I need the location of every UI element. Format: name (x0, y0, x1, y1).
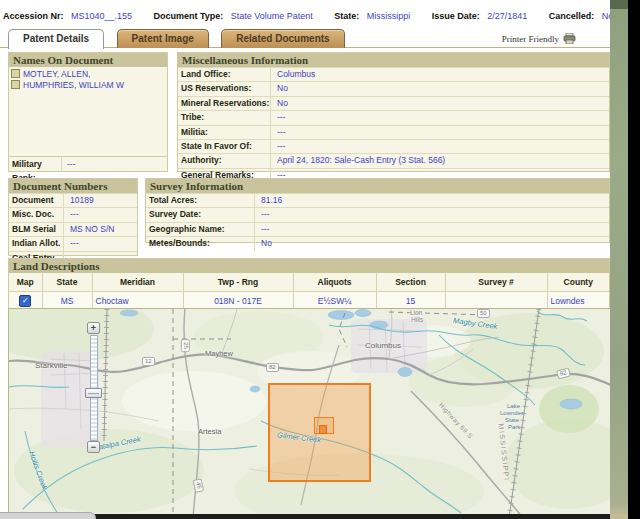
name-row: HUMPHRIES, WILLIAM W (11, 80, 167, 91)
militia-row: Militia: --- (178, 125, 609, 139)
tab-patent-image[interactable]: Patent Image (117, 29, 209, 48)
field-label: Indian Allot. Nr: (9, 237, 63, 250)
zoom-out-button[interactable]: − (87, 441, 100, 453)
zoom-slider-handle[interactable] (85, 388, 102, 398)
label-state: State (505, 417, 519, 423)
info-row-2: Document Numbers Document Nr: 10189 Misc… (8, 178, 610, 256)
screen-edge (628, 0, 640, 519)
blm-serial-nr-row: BLM Serial Nr: MS NO S/N (9, 222, 137, 236)
accession-value: MS1040__.155 (71, 11, 132, 21)
field-value: --- (270, 140, 609, 153)
mineral-reservations-row: Mineral Reservations: No (178, 96, 609, 110)
aliquot-highlight (319, 425, 327, 434)
cell-state[interactable]: MS (42, 292, 92, 310)
info-row-1: Names On Document MOTLEY, ALLEN, HUMPHRI… (8, 52, 610, 172)
misc-doc-nr-row: Misc. Doc. Nr: --- (9, 207, 137, 221)
land-section-title: Land Descriptions (9, 259, 609, 273)
field-label: Authority: (178, 154, 270, 167)
patentee-name-link[interactable]: MOTLEY, ALLEN, (23, 69, 90, 79)
bottom-edge-bar (95, 514, 612, 519)
field-label: Misc. Doc. Nr: (9, 208, 63, 221)
tab-related-documents[interactable]: Related Documents (221, 29, 344, 48)
col-state: State (42, 273, 92, 292)
patentee-icon (11, 80, 20, 89)
military-rank-row: Military Rank: --- (9, 156, 167, 171)
indian-allot-nr-row: Indian Allot. Nr: --- (9, 236, 137, 250)
doctype-field: Document Type: State Volume Patent (154, 5, 313, 23)
cell-survey-nr (445, 292, 547, 310)
authority-link[interactable]: April 24, 1820: Sale-Cash Entry (3 Stat.… (270, 154, 609, 167)
page-side-background (610, 0, 628, 519)
document-nr-row: Document Nr: 10189 (9, 193, 137, 207)
field-value: MS NO S/N (63, 223, 137, 236)
col-county: County (547, 273, 609, 292)
field-value: 81.16 (254, 194, 609, 207)
map-checkbox[interactable]: ✓ (19, 295, 31, 307)
issuedate-label: Issue Date: (432, 11, 480, 21)
printer-friendly-link[interactable]: Printer Friendly (502, 33, 576, 46)
land-descriptions-section: Land Descriptions Map State Meridian Twp… (8, 258, 610, 310)
field-label: Total Acres: (146, 194, 254, 207)
zoom-in-button[interactable]: + (87, 322, 100, 334)
col-map: Map (9, 273, 42, 292)
doctype-value: State Volume Patent (231, 11, 313, 21)
land-office-row: Land Office: Columbus (178, 67, 609, 81)
field-value: --- (63, 237, 137, 250)
us-reservations-row: US Reservations: No (178, 81, 609, 95)
land-descriptions-table: Map State Meridian Twp - Rng Aliquots Se… (9, 273, 609, 309)
tab-strip: Patent Details Patent Image Related Docu… (0, 27, 610, 48)
names-list: MOTLEY, ALLEN, HUMPHRIES, WILLIAM W (9, 67, 167, 156)
military-rank-label: Military Rank: (9, 157, 61, 171)
miscellaneous-information-section: Miscellaneous Information Land Office: C… (177, 52, 610, 172)
cell-county[interactable]: Lowndes (547, 292, 609, 310)
names-on-document-section: Names On Document MOTLEY, ALLEN, HUMPHRI… (8, 52, 168, 172)
field-label: Survey Date: (146, 208, 254, 221)
tab-patent-details[interactable]: Patent Details (8, 29, 104, 49)
bottom-edge-khaki (610, 514, 628, 519)
state-in-favor-row: State In Favor Of: --- (178, 139, 609, 153)
land-table-header-row: Map State Meridian Twp - Rng Aliquots Se… (9, 273, 609, 292)
field-value: --- (254, 223, 609, 236)
route-shield-12: 12 (142, 357, 155, 366)
cell-twp-rng[interactable]: 018N - 017E (183, 292, 293, 310)
route-shield-82-west: 82 (266, 363, 279, 372)
accession-field: Accession Nr: MS1040__.155 (3, 5, 132, 23)
page-side-background-top (610, 0, 628, 9)
cell-meridian[interactable]: Choctaw (92, 292, 183, 310)
label-hills: Hills (411, 316, 423, 323)
patentee-name-link[interactable]: HUMPHRIES, WILLIAM W (23, 80, 124, 90)
label-lowndes: Lowndes (500, 410, 524, 416)
map-panel: Starkville Mayhew Columbus Artesia Lion … (8, 308, 612, 519)
total-acres-row: Total Acres: 81.16 (146, 193, 609, 207)
survey-date-row: Survey Date: --- (146, 207, 609, 221)
field-label: Geographic Name: (146, 223, 254, 236)
printer-friendly-label: Printer Friendly (502, 34, 559, 44)
cancelled-field: Cancelled: No (549, 5, 613, 23)
label-lion: Lion (410, 309, 422, 316)
field-value: No (270, 82, 609, 95)
geographic-name-row: Geographic Name: --- (146, 222, 609, 236)
cancelled-label: Cancelled: (549, 11, 595, 21)
names-section-title: Names On Document (9, 53, 167, 67)
misc-section-title: Miscellaneous Information (178, 53, 609, 67)
map-canvas[interactable]: Starkville Mayhew Columbus Artesia Lion … (9, 309, 611, 519)
field-value: Columbus (270, 68, 609, 81)
tribe-row: Tribe: --- (178, 110, 609, 124)
browser-status-bubble (0, 512, 96, 519)
doctype-label: Document Type: (154, 11, 224, 21)
military-rank-value: --- (61, 157, 167, 171)
route-shield-25: 25 (181, 339, 190, 352)
name-row: MOTLEY, ALLEN, (11, 69, 167, 80)
field-label: Tribe: (178, 111, 270, 124)
field-label: Document Nr: (9, 194, 63, 207)
field-value: --- (270, 111, 609, 124)
state-label: State: (334, 11, 359, 21)
printer-icon (563, 33, 576, 46)
field-value: No (254, 237, 609, 250)
field-label: Mineral Reservations: (178, 97, 270, 110)
field-label: Land Office: (178, 68, 270, 81)
field-label: Metes/Bounds: (146, 237, 254, 250)
col-section: Section (376, 273, 445, 292)
patent-details-page: Accession Nr: MS1040__.155 Document Type… (0, 0, 640, 519)
document-info-bar: Accession Nr: MS1040__.155 Document Type… (0, 0, 610, 27)
